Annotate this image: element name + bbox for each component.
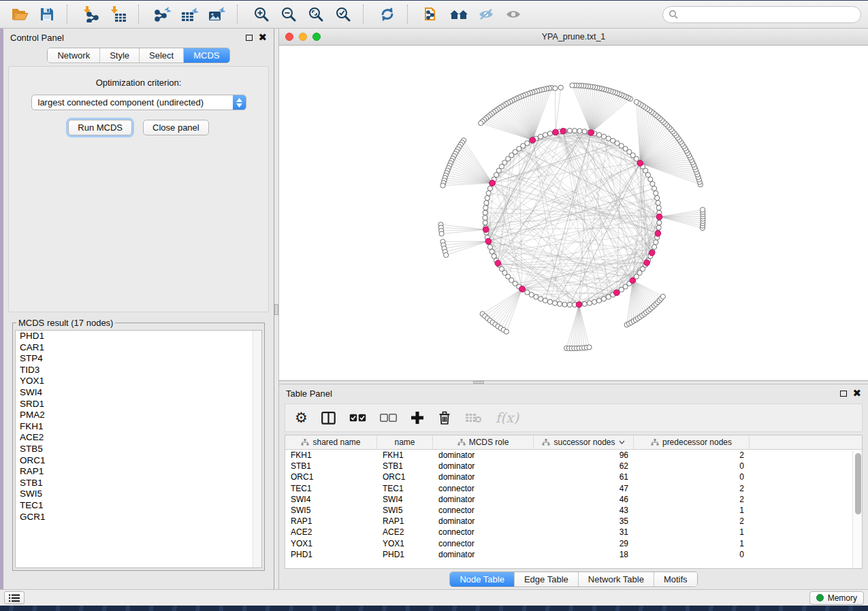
column-header-MCDS-role[interactable]: MCDS role: [433, 435, 534, 449]
task-history-button[interactable]: [4, 591, 25, 604]
refresh-button[interactable]: [374, 3, 400, 25]
table-row[interactable]: SWI4SWI4dominator462: [285, 494, 862, 505]
table-cell: TEC1: [377, 484, 433, 493]
mcds-result-item[interactable]: TID3: [16, 365, 261, 376]
table-row[interactable]: ACE2ACE2connector311: [285, 527, 862, 538]
show-all-button[interactable]: [500, 3, 526, 25]
mcds-tab-content: Optimization criterion: largest connecte…: [8, 66, 269, 312]
mcds-result-list[interactable]: PHD1CAR1STP4TID3YOX1SWI4SRD1PMA2FKH1ACE2…: [15, 330, 262, 568]
search-field[interactable]: [662, 6, 861, 23]
first-neighbors-button[interactable]: [446, 3, 472, 25]
network-canvas[interactable]: [279, 46, 868, 380]
table-cell: YOX1: [377, 539, 433, 548]
table-row[interactable]: SWI5SWI5connector431: [285, 505, 862, 516]
close-panel-button[interactable]: Close panel: [143, 120, 209, 135]
zoom-selected-button[interactable]: [330, 3, 356, 25]
table-cell: 29: [534, 539, 634, 548]
float-panel-icon[interactable]: [246, 35, 253, 41]
zoom-out-button[interactable]: [276, 3, 302, 25]
mcds-result-item[interactable]: TEC1: [16, 500, 261, 512]
zoom-in-button[interactable]: [248, 3, 274, 25]
tab-network[interactable]: Network: [48, 48, 99, 63]
tab-mcds[interactable]: MCDS: [183, 48, 229, 63]
mcds-result-item[interactable]: ORC1: [16, 455, 261, 467]
column-header-successor-nodes[interactable]: successor nodes: [534, 435, 634, 449]
mcds-result-item[interactable]: FKH1: [16, 421, 261, 433]
mcds-result-item[interactable]: STP4: [16, 353, 261, 365]
horizontal-splitter[interactable]: [279, 381, 868, 384]
export-network-button[interactable]: [150, 3, 176, 25]
export-image-button[interactable]: [204, 3, 230, 25]
tab-network-table[interactable]: Network Table: [578, 572, 654, 587]
mcds-result-item[interactable]: STB1: [16, 478, 261, 489]
mcds-result-item[interactable]: STB5: [16, 444, 261, 455]
vertical-splitter[interactable]: [274, 29, 279, 589]
mcds-result-item[interactable]: PHD1: [16, 331, 261, 342]
network-titlebar[interactable]: YPA_prune.txt_1: [279, 29, 868, 46]
table-row[interactable]: PHD1PHD1dominator180: [285, 549, 862, 560]
refresh-icon: [379, 6, 396, 22]
mcds-result-item[interactable]: CAR1: [16, 342, 261, 354]
tab-edge-table[interactable]: Edge Table: [514, 572, 578, 587]
save-session-button[interactable]: [34, 3, 60, 25]
mcds-result-item[interactable]: GCR1: [16, 512, 261, 523]
import-table-button[interactable]: [106, 3, 131, 25]
mcds-result-item[interactable]: RAP1: [16, 466, 261, 478]
delete-columns-trash-icon[interactable]: [438, 410, 451, 425]
export-image-icon: [208, 6, 227, 22]
hide-selected-button[interactable]: [473, 3, 499, 25]
table-row[interactable]: RAP1RAP1dominator352: [285, 516, 862, 527]
table-cell: connector: [433, 506, 534, 515]
mcds-result-item[interactable]: SWI4: [16, 387, 261, 399]
scrollbar-thumb[interactable]: [855, 453, 861, 514]
memory-button[interactable]: Memory: [809, 591, 864, 605]
table-cell: dominator: [433, 516, 534, 526]
column-layout-icon[interactable]: [321, 412, 336, 425]
table-cell: STB1: [285, 461, 377, 471]
criterion-dropdown[interactable]: largest connected component (undirected): [31, 95, 246, 110]
settings-gear-icon[interactable]: ⚙: [295, 410, 308, 426]
list-scrollbar[interactable]: [253, 331, 261, 567]
close-panel-icon[interactable]: ✖: [852, 390, 861, 397]
tab-style[interactable]: Style: [99, 48, 139, 63]
mcds-result-item[interactable]: YOX1: [16, 376, 261, 387]
add-column-icon[interactable]: [411, 411, 424, 425]
deselect-all-icon[interactable]: [380, 414, 397, 422]
close-panel-icon[interactable]: ✖: [258, 34, 267, 41]
float-panel-icon[interactable]: [840, 391, 847, 397]
export-table-icon: [180, 6, 199, 22]
select-all-icon[interactable]: [349, 414, 366, 422]
table-row[interactable]: TEC1TEC1connector472: [285, 483, 862, 494]
tab-node-table[interactable]: Node Table: [450, 572, 514, 587]
search-input[interactable]: [681, 10, 855, 19]
table-row[interactable]: YOX1YOX1connector291: [285, 538, 862, 549]
import-network-button[interactable]: [78, 3, 104, 25]
tab-select[interactable]: Select: [139, 48, 183, 63]
mcds-result-item[interactable]: SRD1: [16, 399, 261, 410]
tab-motifs[interactable]: Motifs: [654, 572, 697, 587]
table-scrollbar[interactable]: [852, 450, 862, 568]
table-cell: dominator: [433, 472, 534, 482]
mcds-result-item[interactable]: SWI5: [16, 489, 261, 500]
splitter-grip[interactable]: [473, 381, 484, 384]
table-row[interactable]: ORC1ORC1dominator610: [285, 472, 862, 482]
column-header-shared-name[interactable]: shared name: [285, 435, 377, 449]
table-row[interactable]: STB1STB1dominator620: [285, 461, 862, 472]
table-cell: 47: [534, 484, 634, 493]
mcds-result-item[interactable]: PMA2: [16, 410, 261, 421]
table-row[interactable]: FKH1FKH1dominator962: [285, 450, 862, 461]
zoom-fit-button[interactable]: [303, 3, 329, 25]
table-panel: Table Panel ✖ ⚙: [279, 384, 868, 589]
table-body: FKH1FKH1dominator962STB1STB1dominator620…: [285, 450, 862, 568]
run-mcds-button[interactable]: Run MCDS: [68, 120, 132, 135]
export-table-button[interactable]: [177, 3, 203, 25]
splitter-grip[interactable]: [274, 304, 278, 315]
save-icon: [39, 7, 54, 22]
new-network-from-selection-button[interactable]: [419, 3, 445, 25]
column-header-predecessor-nodes[interactable]: predecessor nodes: [634, 435, 750, 449]
network-graph[interactable]: [279, 46, 868, 380]
column-header-name[interactable]: name: [377, 435, 433, 449]
mcds-result-item[interactable]: ACE2: [16, 432, 261, 444]
table-cell: ORC1: [285, 472, 377, 482]
open-file-button[interactable]: [7, 3, 33, 25]
